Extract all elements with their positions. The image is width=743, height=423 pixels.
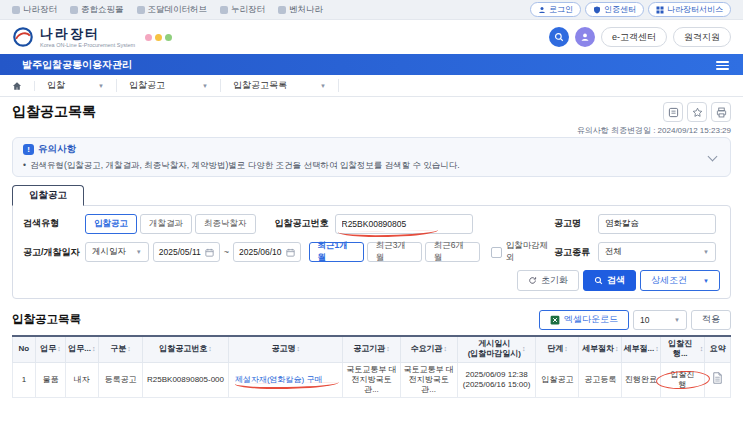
utility-buttons: 로그인 인증센터 나라장터서비스 — [530, 2, 731, 17]
print-button[interactable] — [711, 102, 731, 122]
cell-posted: 2025/06/09 12:38 (2025/06/16 15:00) — [457, 362, 536, 397]
breadcrumb-label: 입찰 — [47, 79, 65, 92]
nav-item-balju[interactable]: 발주 — [22, 58, 42, 72]
cell-org: 국토교통부 대전지방국토관... — [343, 362, 400, 397]
excel-download-button[interactable]: 엑셀다운로드 — [539, 310, 629, 330]
utility-link-nuri[interactable]: 누리장터 — [220, 4, 265, 16]
col-stage[interactable]: 단계↕ — [536, 336, 579, 362]
date-to-field[interactable]: 2025/06/10 — [233, 242, 301, 262]
logo[interactable]: 나라장터 Korea ON-Line E-Procurement System — [12, 26, 135, 48]
notice-name-input[interactable] — [598, 214, 716, 234]
user-icon — [580, 32, 590, 42]
col-biz2[interactable]: 업무...↕ — [65, 336, 98, 362]
search-type-opening-result[interactable]: 개찰결과 — [140, 214, 192, 234]
excel-icon — [550, 315, 560, 325]
quick-range-6m[interactable]: 최근6개월 — [425, 242, 480, 262]
remote-support-button[interactable]: 원격지원 — [673, 27, 731, 47]
chevron-down-icon: ▼ — [674, 317, 680, 323]
nav-item-ipchal[interactable]: 입찰 — [42, 58, 62, 72]
col-category[interactable]: 구분↕ — [98, 336, 142, 362]
customer-center-button[interactable]: e-고객센터 — [601, 27, 667, 47]
apply-button[interactable]: 적용 — [691, 310, 731, 330]
search-type-bid-notice[interactable]: 입찰공고 — [85, 214, 137, 234]
utility-link-data-hub[interactable]: 조달데이터허브 — [137, 4, 208, 16]
site-header: 나라장터 Korea ON-Line E-Procurement System … — [0, 20, 743, 54]
date-type-select[interactable]: 게시일자 ▼ — [85, 242, 149, 262]
reset-button[interactable]: 초기화 — [517, 270, 579, 291]
memo-icon — [668, 107, 679, 118]
table-row: 1 물품 내자 등록공고 R25BK00890805-000 제설자재(염화칼슘… — [13, 362, 731, 397]
cell-biz: 물품 — [35, 362, 65, 397]
quick-range-1m[interactable]: 최근1개월 — [309, 242, 364, 262]
pps-emblem-icon — [12, 26, 34, 48]
notice-name-link[interactable]: 제설자재(염화칼슘) 구매 — [235, 375, 323, 384]
col-demand-org[interactable]: 수요기관↕ — [400, 336, 457, 362]
results-header: 입찰공고목록 엑셀다운로드 10 ▼ 적용 — [12, 309, 731, 330]
home-button[interactable] — [12, 81, 35, 91]
customer-center-label: e-고객센터 — [612, 31, 656, 44]
printer-icon — [716, 107, 727, 118]
chevron-down-icon: ▼ — [98, 83, 104, 89]
search-submit-label: 검색 — [607, 274, 625, 287]
calendar-icon — [205, 248, 214, 257]
login-button[interactable]: 로그인 — [530, 2, 581, 17]
tab-bid-notice[interactable]: 입찰공고 — [12, 185, 84, 206]
cell-demand-org: 국토교통부 대전지방국토관... — [400, 362, 457, 397]
col-bid-no[interactable]: 입찰공고번호↕ — [143, 336, 229, 362]
col-detail-step[interactable]: 세부절차↕ — [579, 336, 622, 362]
breadcrumb-select-1[interactable]: 입찰▼ — [35, 79, 117, 92]
nav-item-user-mgmt[interactable]: 이용자관리 — [82, 58, 132, 72]
cert-center-button[interactable]: 인증센터 — [585, 2, 644, 17]
page-title: 입찰공고목록 — [12, 103, 96, 121]
search-button[interactable] — [549, 27, 569, 47]
col-progress[interactable]: 입찰진행...↕ — [660, 336, 704, 362]
data-hub-icon — [137, 6, 145, 14]
global-nav: 발주 입찰 공통 이용자관리 — [0, 54, 743, 75]
breadcrumb: 입찰▼ 입찰공고▼ 입찰공고목록▼ — [0, 75, 743, 97]
search-submit-button[interactable]: 검색 — [583, 270, 636, 291]
utility-link-shopping-mall[interactable]: 종합쇼핑몰 — [70, 4, 124, 16]
venture-icon — [278, 6, 286, 14]
services-button[interactable]: 나라장터서비스 — [648, 2, 731, 17]
date-from-field[interactable]: 2025/05/11 — [153, 242, 220, 262]
my-page-button[interactable] — [575, 27, 595, 47]
page-size-value: 10 — [640, 315, 649, 325]
tab-bar: 입찰공고 — [12, 185, 731, 205]
col-posted[interactable]: 게시일시 (입찰마감일시)↕ — [457, 336, 536, 362]
apply-label: 적용 — [702, 313, 720, 326]
cell-summary — [705, 362, 731, 397]
detail-condition-button[interactable]: 상세조건 ▼ — [640, 270, 720, 291]
cert-center-label: 인증센터 — [604, 4, 636, 15]
notice-kind-select[interactable]: 전체 ▼ — [598, 242, 716, 262]
sort-icon: ↕ — [127, 345, 131, 354]
col-detail-status[interactable]: 세부절...↕ — [622, 336, 661, 362]
nav-item-gongtong[interactable]: 공통 — [62, 58, 82, 72]
quick-range-3m[interactable]: 최근3개월 — [367, 242, 422, 262]
page-size-select[interactable]: 10 ▼ — [633, 310, 687, 330]
exclude-closed-checkbox[interactable] — [491, 247, 502, 258]
breadcrumb-select-2[interactable]: 입찰공고▼ — [117, 79, 221, 92]
bid-no-input[interactable] — [335, 214, 473, 234]
utility-link-narajangteo[interactable]: 나라장터 — [12, 4, 57, 16]
sort-icon: ↕ — [700, 345, 704, 354]
memo-button[interactable] — [663, 102, 683, 122]
chevron-down-icon: ▼ — [320, 83, 326, 89]
exclude-closed-label: 입찰마감제외 — [506, 240, 554, 264]
services-label: 나라장터서비스 — [667, 4, 723, 15]
breadcrumb-select-3[interactable]: 입찰공고목록▼ — [221, 79, 339, 92]
col-biz[interactable]: 업무↕ — [35, 336, 65, 362]
col-name[interactable]: 공고명↕ — [228, 336, 342, 362]
remote-support-label: 원격지원 — [684, 31, 720, 44]
utility-link-venture[interactable]: 벤처나라 — [278, 4, 323, 16]
menu-icon[interactable] — [716, 59, 729, 72]
notice-kind-label: 공고종류 — [554, 246, 598, 259]
decoration-flowers-icon — [145, 34, 172, 41]
search-type-final-winner[interactable]: 최종낙찰자 — [195, 214, 256, 234]
col-org[interactable]: 공고기관↕ — [343, 336, 400, 362]
summary-doc-button[interactable] — [712, 372, 723, 384]
favorite-button[interactable] — [687, 102, 707, 122]
sort-icon: ↕ — [564, 345, 568, 354]
progress-value: 입찰진행 — [671, 370, 695, 389]
search-type-label: 검색유형 — [23, 217, 85, 230]
calendar-icon — [286, 248, 295, 257]
